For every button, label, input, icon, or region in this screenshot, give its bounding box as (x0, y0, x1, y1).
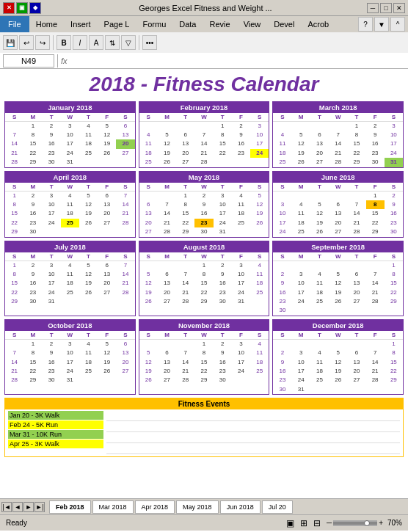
tab-page-layout[interactable]: Page L (98, 16, 136, 32)
cal-day-cell (347, 340, 365, 349)
cal-day-cell: 19 (329, 288, 347, 297)
day-header-S-9: S (273, 252, 291, 261)
cal-day-cell: 19 (98, 139, 116, 148)
cal-day-cell: 14 (158, 209, 176, 218)
cal-day-cell: 11 (292, 209, 310, 218)
day-header-S-10: S (116, 331, 134, 340)
more-icon[interactable]: ••• (142, 35, 157, 50)
tab-insert[interactable]: Insert (64, 16, 98, 32)
view-layout-icon[interactable]: ⊞ (300, 518, 307, 528)
cal-day-cell (273, 340, 291, 349)
cal-day-cell: 18 (232, 209, 250, 218)
ribbon-options[interactable]: ▼ (374, 17, 389, 32)
cal-day-cell: 14 (366, 279, 385, 288)
cal-day-cell: 31 (61, 158, 79, 167)
ribbon-help[interactable]: ? (358, 17, 373, 32)
cal-day-cell: 17 (232, 358, 250, 367)
formula-input[interactable] (70, 54, 405, 68)
maximize-button[interactable]: □ (380, 3, 392, 13)
month-header-6: June 2018 (273, 172, 403, 183)
tab-view[interactable]: View (237, 16, 268, 32)
sheet-tab-May-2018[interactable]: May 2018 (176, 500, 219, 514)
fitness-events-list: Jan 20 - 3K WalkFeb 24 - 5K RunMar 31 - … (8, 411, 103, 455)
fitness-line-4 (106, 444, 400, 454)
view-normal-icon[interactable]: ▣ (286, 518, 294, 528)
cal-day-cell: 19 (79, 209, 98, 218)
tab-next[interactable]: ► (23, 502, 34, 512)
zoom-slider[interactable] (333, 520, 377, 526)
tab-acrobat[interactable]: Acrob (301, 16, 335, 32)
minimize-button[interactable]: ─ (367, 3, 379, 13)
cal-day-cell: 19 (79, 279, 98, 288)
cal-day-cell: 6 (98, 261, 116, 270)
cal-day-cell (79, 376, 98, 385)
cal-day-cell: 9 (23, 270, 42, 279)
cal-day-cell: 27 (98, 219, 116, 227)
day-header-S-7: S (116, 252, 134, 261)
cal-day-cell: 13 (139, 209, 158, 218)
cal-day-cell: 26 (79, 288, 98, 297)
cal-day-cell (139, 261, 158, 270)
cal-day-cell: 16 (42, 139, 60, 148)
sheet-tab-Jun-2018[interactable]: Jun 2018 (220, 500, 261, 514)
month-header-8: August 2018 (139, 241, 269, 252)
cal-day-cell (139, 122, 158, 131)
close-button[interactable]: ✕ (393, 3, 405, 13)
cell-reference[interactable] (3, 54, 54, 68)
italic-icon[interactable]: I (73, 35, 87, 50)
cal-day-cell: 12 (98, 131, 116, 139)
cal-day-cell: 22 (194, 288, 213, 297)
cal-day-cell: 18 (61, 209, 79, 218)
tab-data[interactable]: Data (172, 16, 203, 32)
sheet-tabs: |◄ ◄ ► ►| Feb 2018Mar 2018Apr 2018May 20… (0, 498, 408, 514)
tab-developer[interactable]: Devel (267, 16, 301, 32)
view-break-icon[interactable]: ⊟ (313, 518, 321, 528)
undo-icon[interactable]: ↩ (19, 35, 34, 50)
cal-day-cell: 4 (232, 192, 250, 200)
sheet-tab-Jul-20[interactable]: Jul 20 (262, 500, 293, 514)
cal-day-cell: 6 (158, 349, 176, 357)
cal-day-cell: 27 (158, 376, 176, 385)
tab-navigation[interactable]: |◄ ◄ ► ►| (1, 502, 45, 512)
tab-file[interactable]: File (0, 16, 29, 32)
cal-day-cell: 16 (214, 279, 232, 288)
save-icon[interactable]: 💾 (3, 35, 18, 50)
tab-home[interactable]: Home (29, 16, 64, 32)
cal-day-cell: 30 (42, 158, 60, 167)
day-header-S-2: S (250, 113, 269, 122)
day-header-W-3: W (329, 113, 347, 122)
ribbon-collapse[interactable]: ^ (390, 17, 405, 32)
cal-day-cell: 23 (273, 376, 291, 385)
cal-day-cell: 24 (232, 367, 250, 376)
day-header-T-1: T (42, 113, 60, 122)
cal-day-cell (176, 122, 194, 131)
day-header-S-12: S (385, 331, 403, 340)
filter-icon[interactable]: ▽ (121, 35, 136, 50)
sheet-tab-Apr-2018[interactable]: Apr 2018 (135, 500, 175, 514)
redo-icon[interactable]: ↪ (35, 35, 50, 50)
month-header-5: May 2018 (139, 172, 269, 183)
day-header-S-6: S (385, 183, 403, 192)
window-title: Georges Excel Fitness and Weight ... (44, 4, 367, 12)
tab-prev[interactable]: ◄ (12, 502, 23, 512)
cal-day-cell: 25 (250, 288, 269, 297)
cal-day-cell: 1 (366, 192, 385, 200)
bold-icon[interactable]: B (57, 35, 71, 50)
day-header-S-11: S (139, 331, 158, 340)
zoom-control[interactable]: ─ + 70% (327, 519, 402, 527)
cal-day-cell: 11 (139, 139, 158, 148)
cal-day-cell (232, 376, 250, 385)
tab-last[interactable]: ►| (34, 502, 45, 512)
cal-day-cell: 5 (292, 131, 310, 139)
cal-day-cell: 4 (61, 192, 79, 200)
cal-day-cell: 6 (98, 192, 116, 200)
tab-review[interactable]: Revie (203, 16, 237, 32)
tab-formulas[interactable]: Formu (136, 16, 172, 32)
sheet-tab-Mar-2018[interactable]: Mar 2018 (92, 500, 134, 514)
window-controls[interactable]: ─ □ ✕ (367, 3, 405, 13)
cal-day-cell: 18 (250, 358, 269, 367)
tab-first[interactable]: |◄ (1, 502, 12, 512)
sheet-tab-Feb-2018[interactable]: Feb 2018 (49, 500, 91, 514)
format-icon[interactable]: A (89, 35, 103, 50)
sort-icon[interactable]: ⇅ (105, 35, 120, 50)
